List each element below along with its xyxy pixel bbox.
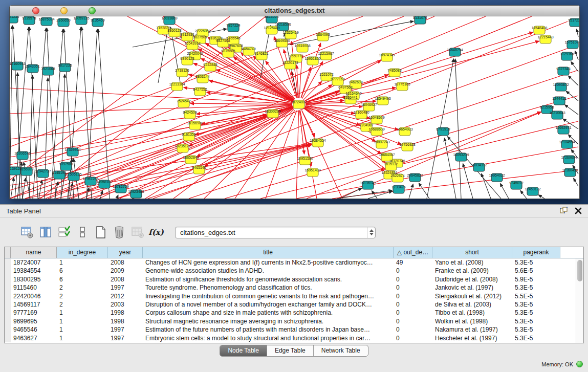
cell-name[interactable]: 9115460 xyxy=(11,283,57,292)
cell-name[interactable]: 19384554 xyxy=(11,267,57,275)
graph-edge-black[interactable] xyxy=(568,76,578,85)
cell-year[interactable]: 1998 xyxy=(108,309,143,317)
graph-edge-black[interactable] xyxy=(23,178,26,199)
table-row[interactable]: 1938455462009Genome-wide association stu… xyxy=(5,267,576,275)
graph-edge-red[interactable] xyxy=(190,103,292,104)
cell-title[interactable]: Estimation of significance thresholds fo… xyxy=(143,275,394,283)
cell-pagerank[interactable]: 5.6E-5 xyxy=(512,267,560,275)
table-selector-dropdown[interactable]: citations_edges.txt xyxy=(175,227,376,238)
cell-in_degree[interactable]: 2 xyxy=(57,292,108,300)
table-settings-icon[interactable] xyxy=(19,225,35,240)
graph-edge-red[interactable] xyxy=(305,32,533,102)
cell-out_degree[interactable]: 0 xyxy=(394,300,432,309)
row-height-icon[interactable] xyxy=(75,225,90,240)
cell-year[interactable]: 2003 xyxy=(108,300,143,309)
new-table-icon[interactable] xyxy=(93,225,108,240)
cell-year[interactable]: 2012 xyxy=(108,292,143,300)
cell-short[interactable]: Stergiakouli et al. (2012) xyxy=(432,292,512,300)
cell-short[interactable]: Tibbo et al. (1998) xyxy=(432,309,512,317)
graph-edge-black[interactable] xyxy=(82,27,92,199)
vertical-scrollbar[interactable] xyxy=(576,258,583,343)
column-header-name[interactable]: name xyxy=(11,247,57,258)
dropdown-stepper-icon[interactable] xyxy=(367,227,375,238)
graph-edge-black[interactable] xyxy=(455,59,461,199)
graph-edge-black[interactable] xyxy=(11,178,14,199)
graph-edge-black[interactable] xyxy=(577,29,578,37)
graph-edge-black[interactable] xyxy=(500,183,509,199)
select-all-columns-icon[interactable] xyxy=(56,225,72,240)
graph-edge-black[interactable] xyxy=(409,184,413,199)
graph-edge-black[interactable] xyxy=(70,183,73,199)
column-header-out_degree[interactable]: △ out_de… xyxy=(394,247,432,258)
table-row[interactable]: 969969511998Structural magnetic resonanc… xyxy=(5,317,576,325)
table-row[interactable]: 946554611997Estimation of the future num… xyxy=(5,325,576,334)
cell-year[interactable]: 1997 xyxy=(108,325,143,334)
graph-edge-red[interactable] xyxy=(189,70,578,199)
cell-name[interactable]: 9463627 xyxy=(11,334,57,342)
column-header-year[interactable]: year xyxy=(108,247,143,258)
cell-name[interactable]: 22420046 xyxy=(11,292,57,300)
table-row[interactable]: 1830029562008Estimation of significance … xyxy=(5,275,576,283)
graph-edge-black[interactable] xyxy=(337,190,392,199)
graph-edge-red[interactable] xyxy=(10,88,292,104)
cell-out_degree[interactable]: 49 xyxy=(394,258,432,267)
cell-in_degree[interactable]: 2 xyxy=(57,300,108,309)
cell-title[interactable]: Structural magnetic resonance image aver… xyxy=(143,317,394,325)
cell-name[interactable]: 18300295 xyxy=(11,275,57,283)
cell-in_degree[interactable]: 6 xyxy=(57,275,108,283)
cell-title[interactable]: Tourette syndrome. Phenomenology and cla… xyxy=(143,283,394,292)
cell-short[interactable]: Franke et al. (2009) xyxy=(432,267,512,275)
graph-edge-red[interactable] xyxy=(241,53,294,100)
table-row[interactable]: 977716911998Corpus callosum shape and si… xyxy=(5,309,576,317)
graph-edge-black[interactable] xyxy=(61,74,65,199)
graph-edge-black[interactable] xyxy=(520,190,527,199)
function-builder-icon[interactable]: f(x) xyxy=(148,225,164,240)
cell-year[interactable]: 2008 xyxy=(108,275,143,283)
cell-name[interactable]: 9465546 xyxy=(11,325,57,334)
cell-name[interactable]: 18724007 xyxy=(11,258,57,267)
cell-short[interactable]: Jankovic et al. (1997) xyxy=(432,283,512,292)
cell-out_degree[interactable]: 0 xyxy=(394,283,432,292)
cell-out_degree[interactable]: 0 xyxy=(394,275,432,283)
cell-name[interactable]: 14569117 xyxy=(11,300,57,309)
graph-edge-black[interactable] xyxy=(565,105,578,115)
table-row[interactable]: 911546021997Tourette syndrome. Phenomeno… xyxy=(5,283,576,292)
cell-title[interactable]: Changes of HCN gene expression and I(f) … xyxy=(143,258,394,267)
cell-in_degree[interactable]: 1 xyxy=(57,317,108,325)
graph-edge-black[interactable] xyxy=(463,164,473,199)
cell-pagerank[interactable]: 5.3E-5 xyxy=(512,309,560,317)
scrollbar-thumb[interactable] xyxy=(577,260,582,281)
graph-edge-red[interactable] xyxy=(120,107,293,199)
cell-title[interactable]: Corpus callosum shape and size in male p… xyxy=(143,309,394,317)
graph-edge-red[interactable] xyxy=(148,145,312,199)
cell-year[interactable]: 2008 xyxy=(108,258,143,267)
graph-edge-black[interactable] xyxy=(574,178,578,186)
delete-table-icon[interactable] xyxy=(112,225,127,240)
graph-edge-black[interactable] xyxy=(419,183,429,199)
table-row[interactable]: 946362711997Embryonic stem cells: a mode… xyxy=(5,334,576,342)
cell-year[interactable]: 1997 xyxy=(108,283,143,292)
cell-in_degree[interactable]: 6 xyxy=(57,267,108,275)
graph-edge-black[interactable] xyxy=(575,51,578,60)
cell-pagerank[interactable]: 5.9E-5 xyxy=(512,275,560,283)
cell-out_degree[interactable]: 0 xyxy=(394,325,432,334)
cell-name[interactable]: 9699695 xyxy=(11,317,57,325)
cell-short[interactable]: de Silva et al. (2003) xyxy=(432,300,512,309)
float-panel-icon[interactable] xyxy=(560,207,568,216)
cell-pagerank[interactable]: 5.5E-5 xyxy=(512,292,560,300)
column-header-pagerank[interactable]: pagerank xyxy=(512,247,560,258)
cell-pagerank[interactable]: 5.3E-5 xyxy=(512,300,560,309)
cell-out_degree[interactable]: 0 xyxy=(394,309,432,317)
cell-title[interactable]: Embryonic stem cells: a model to study s… xyxy=(143,334,394,342)
graph-edge-black[interactable] xyxy=(158,27,168,83)
network-window-titlebar[interactable]: citations_edges.txt xyxy=(10,6,579,16)
graph-edge-red[interactable] xyxy=(117,21,568,199)
graph-edge-black[interactable] xyxy=(571,61,578,72)
cell-short[interactable]: Wolkin et al. (1998) xyxy=(432,317,512,325)
cell-in_degree[interactable]: 1 xyxy=(57,309,108,317)
column-header-title[interactable]: title xyxy=(143,247,394,258)
cell-in_degree[interactable]: 1 xyxy=(57,334,108,342)
cell-in_degree[interactable]: 1 xyxy=(57,325,108,334)
cell-year[interactable]: 2009 xyxy=(108,267,143,275)
column-header-short[interactable]: short xyxy=(432,247,512,258)
